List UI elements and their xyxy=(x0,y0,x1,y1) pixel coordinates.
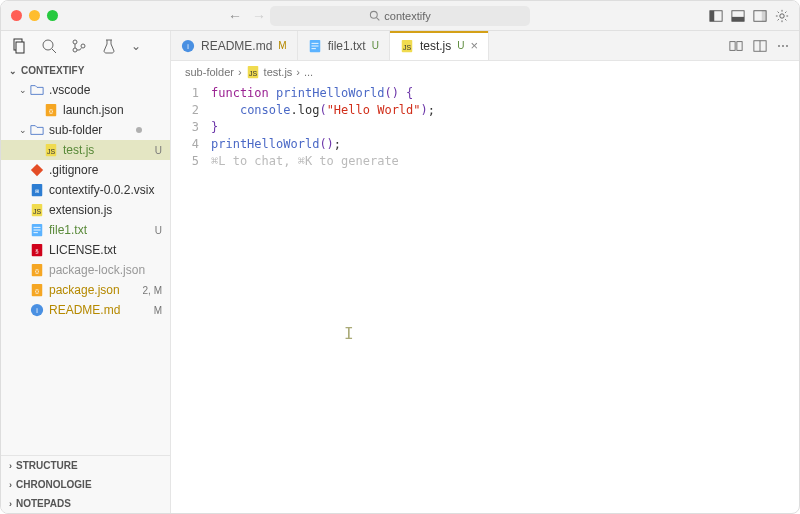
tab-test-js[interactable]: JStest.jsU× xyxy=(390,31,489,60)
code-line: printHelloWorld(); xyxy=(211,136,799,153)
line-number: 3 xyxy=(171,119,199,136)
file-package-json[interactable]: {}package.json2, M xyxy=(1,280,170,300)
source-control-tab-icon[interactable] xyxy=(71,38,87,54)
tab-readme-md[interactable]: iREADME.mdM xyxy=(171,31,298,60)
section-notepads[interactable]: ›NOTEPADS xyxy=(1,494,170,513)
file-label: LICENSE.txt xyxy=(49,243,170,257)
svg-rect-10 xyxy=(16,42,24,53)
breadcrumb-item[interactable]: test.js xyxy=(264,66,293,78)
folder-icon xyxy=(29,123,45,137)
line-number: 1 xyxy=(171,85,199,102)
search-text: contextify xyxy=(384,10,430,22)
svg-point-15 xyxy=(81,44,85,48)
breadcrumb[interactable]: sub-folder›JStest.js›... xyxy=(171,61,799,83)
svg-text:{}: {} xyxy=(49,107,53,114)
file-contextify-0-0-2-vsix[interactable]: ⊞contextify-0.0.2.vsix xyxy=(1,180,170,200)
section-label: CHRONOLOGIE xyxy=(16,479,92,490)
svg-point-13 xyxy=(73,40,77,44)
file-tree: ⌄.vscode{}launch.json⌄sub-folderJStest.j… xyxy=(1,80,170,455)
code-line: function printHelloWorld() { xyxy=(211,85,799,102)
folder--vscode[interactable]: ⌄.vscode xyxy=(1,80,170,100)
svg-text:JS: JS xyxy=(47,148,56,155)
file-label: .vscode xyxy=(49,83,170,97)
folder-icon xyxy=(29,83,45,97)
tab-file1-txt[interactable]: file1.txtU xyxy=(298,31,390,60)
file-label: launch.json xyxy=(63,103,170,117)
file-extension-js[interactable]: JSextension.js xyxy=(1,200,170,220)
git-status-badge: M xyxy=(154,305,162,316)
svg-text:{}: {} xyxy=(35,287,39,294)
toggle-panel-icon[interactable] xyxy=(731,9,745,23)
tab-label: file1.txt xyxy=(328,39,366,53)
section-structure[interactable]: ›STRUCTURE xyxy=(1,456,170,475)
vsix-file-icon: ⊞ xyxy=(29,183,45,197)
explorer-tab-icon[interactable] xyxy=(11,38,27,54)
file-readme-md[interactable]: iREADME.mdM xyxy=(1,300,170,320)
nav-back-button[interactable]: ← xyxy=(228,8,242,24)
section-chronologie[interactable]: ›CHRONOLOGIE xyxy=(1,475,170,494)
testing-tab-icon[interactable] xyxy=(101,38,117,54)
compare-icon[interactable] xyxy=(729,39,743,53)
js-file-icon: JS xyxy=(29,203,45,217)
git-status-badge: U xyxy=(155,145,162,156)
md-file-icon: i xyxy=(29,303,45,317)
json-file-icon: {} xyxy=(29,283,45,297)
search-icon xyxy=(369,10,380,21)
json-file-icon: {} xyxy=(29,263,45,277)
split-icon[interactable] xyxy=(753,39,767,53)
file-license-txt[interactable]: §LICENSE.txt xyxy=(1,240,170,260)
svg-rect-7 xyxy=(762,10,766,21)
activity-bar: ⌄ xyxy=(1,31,170,61)
svg-text:JS: JS xyxy=(403,43,412,50)
breadcrumb-item[interactable]: ... xyxy=(304,66,313,78)
svg-text:§: § xyxy=(35,247,39,254)
maximize-window-button[interactable] xyxy=(47,10,58,21)
svg-text:⊞: ⊞ xyxy=(35,188,39,194)
breadcrumb-item[interactable]: sub-folder xyxy=(185,66,234,78)
json-file-icon: {} xyxy=(43,103,59,117)
text-cursor-icon: I xyxy=(344,325,354,342)
js-file-icon: JS xyxy=(246,65,260,79)
js-file-icon: JS xyxy=(400,39,414,53)
command-center-search[interactable]: contextify xyxy=(270,6,530,26)
lic-file-icon: § xyxy=(29,243,45,257)
chevron-down-icon: ⌄ xyxy=(19,85,29,95)
file-file1-txt[interactable]: file1.txtU xyxy=(1,220,170,240)
folder-sub-folder[interactable]: ⌄sub-folder xyxy=(1,120,170,140)
search-tab-icon[interactable] xyxy=(41,38,57,54)
file--gitignore[interactable]: .gitignore xyxy=(1,160,170,180)
chevron-right-icon: › xyxy=(9,499,12,509)
svg-line-12 xyxy=(52,49,56,53)
chevron-right-icon: › xyxy=(9,461,12,471)
file-label: README.md xyxy=(49,303,170,317)
file-label: sub-folder xyxy=(49,123,170,137)
more-actions-button[interactable]: ⋯ xyxy=(777,39,789,53)
file-launch-json[interactable]: {}launch.json xyxy=(1,100,170,120)
line-gutter: 12345 xyxy=(171,85,211,513)
toggle-primary-sidebar-icon[interactable] xyxy=(709,9,723,23)
main-layout: ⌄ ⌄ CONTEXTIFY ⌄.vscode{}launch.json⌄sub… xyxy=(1,31,799,513)
tab-label: test.js xyxy=(420,39,451,53)
txt-file-icon xyxy=(308,39,322,53)
svg-point-14 xyxy=(73,48,77,52)
svg-line-1 xyxy=(377,18,380,21)
svg-text:JS: JS xyxy=(33,208,42,215)
chevron-down-icon[interactable]: ⌄ xyxy=(131,39,141,53)
sidebar: ⌄ ⌄ CONTEXTIFY ⌄.vscode{}launch.json⌄sub… xyxy=(1,31,171,513)
close-tab-button[interactable]: × xyxy=(471,38,479,53)
nav-forward-button[interactable]: → xyxy=(252,8,266,24)
gear-icon[interactable] xyxy=(775,9,789,23)
minimize-window-button[interactable] xyxy=(29,10,40,21)
file-test-js[interactable]: JStest.jsU xyxy=(1,140,170,160)
bottom-sections: ›STRUCTURE›CHRONOLOGIE›NOTEPADS xyxy=(1,455,170,513)
explorer-section-header[interactable]: ⌄ CONTEXTIFY xyxy=(1,61,170,80)
file-package-lock-json[interactable]: {}package-lock.json xyxy=(1,260,170,280)
toggle-secondary-sidebar-icon[interactable] xyxy=(753,9,767,23)
svg-point-11 xyxy=(43,40,53,50)
chevron-down-icon: ⌄ xyxy=(9,66,17,76)
code-editor[interactable]: 12345 function printHelloWorld() { conso… xyxy=(171,83,799,513)
svg-rect-5 xyxy=(732,16,744,20)
close-window-button[interactable] xyxy=(11,10,22,21)
git-status-badge: 2, M xyxy=(143,285,162,296)
tab-label: README.md xyxy=(201,39,272,53)
